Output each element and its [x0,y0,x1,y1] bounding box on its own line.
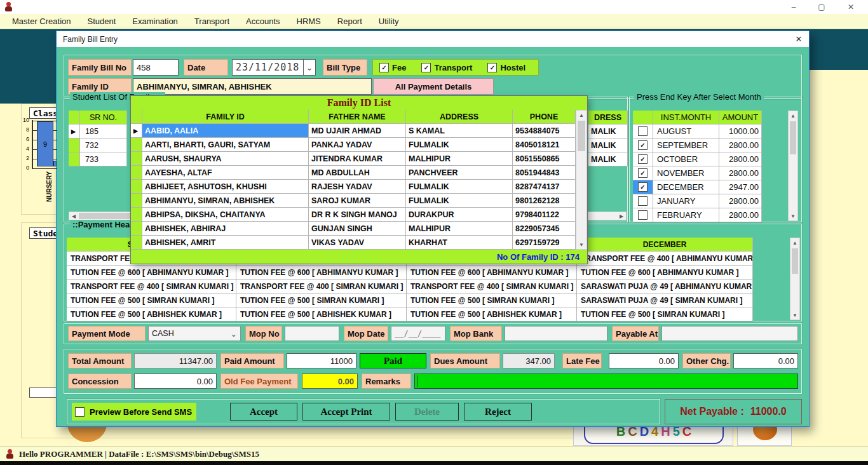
month-check-cell[interactable] [633,125,653,138]
family-row-cell[interactable]: MD UJAIR AHMAD [309,124,406,138]
month-amount-cell[interactable]: 2800.00 [719,208,762,222]
family-row-cell[interactable]: KHARHAT [406,236,513,250]
paid-amount-input[interactable]: 11000 [287,353,356,368]
family-row-cell[interactable]: ABHISHEK, ABHIRAJ [142,222,309,236]
menu-item-utility[interactable]: Utility [370,14,407,29]
dialog-titlebar[interactable]: Family Bill Entry [57,31,809,47]
family-row-cell[interactable]: AAYESHA, ALTAF [142,166,309,180]
menu-item-hrms[interactable]: HRMS [288,14,329,29]
family-row-cell[interactable]: AARTI, BHARTI, GAURI, SATYAM [142,138,309,152]
bill-type-fee[interactable]: ✓Fee [379,63,406,72]
student-sr-cell[interactable]: 732 [80,138,127,152]
month-amount-cell[interactable]: 1000.00 [719,125,762,138]
student-sr-cell[interactable]: 733 [80,152,127,166]
month-name-cell[interactable]: JANUARY [653,194,719,208]
date-dropdown-icon[interactable]: ⌄ [303,59,316,76]
menu-item-accounts[interactable]: Accounts [238,14,288,29]
family-row-cell[interactable]: 9801262128 [513,194,576,208]
concession-input[interactable]: 0.00 [134,374,217,389]
month-check-cell[interactable]: ✓ [633,166,653,180]
preview-sms-option[interactable]: Preview Before Send SMS [72,403,196,421]
month-checkbox[interactable]: ✓ [638,182,648,192]
family-row-cell[interactable]: DR R K SINGH MANOJ [309,208,406,222]
month-check-cell[interactable] [633,208,653,222]
preview-sms-checkbox[interactable] [75,407,85,417]
remarks-input[interactable] [414,374,798,389]
vscroll-thumb[interactable] [790,121,796,154]
bill-type-hostel[interactable]: ✓Hostel [487,63,526,72]
bill-type-transport[interactable]: ✓Transport [421,63,472,72]
family-row-cell[interactable]: MALHIPUR [406,152,513,166]
family-row-cell[interactable]: FULMALIK [406,180,513,194]
family-row-cell[interactable]: ABHIMANYU, SIMRAN, ABHISHEK [142,194,309,208]
delete-button[interactable]: Delete [395,403,459,421]
family-row-cell[interactable]: GUNJAN SINGH [309,222,406,236]
family-row-cell[interactable]: S KAMAL [406,124,513,138]
month-checkbox[interactable]: ✓ [638,168,648,178]
family-row-cell[interactable]: 8051550865 [513,152,576,166]
family-row-cell[interactable]: 6297159729 [513,236,576,250]
family-row-cell[interactable]: RAJESH YADAV [309,180,406,194]
menu-item-transport[interactable]: Transport [186,14,238,29]
family-row-cell[interactable]: SAROJ KUMAR [309,194,406,208]
family-row-cell[interactable]: 8287474137 [513,180,576,194]
family-row-cell[interactable]: FULMALIK [406,194,513,208]
family-row-cell[interactable]: 9534884075 [513,124,576,138]
checkbox-icon[interactable]: ✓ [487,63,497,72]
month-checkbox[interactable]: ✓ [638,140,648,150]
checkbox-icon[interactable]: ✓ [421,63,431,72]
checkbox-icon[interactable]: ✓ [379,63,389,72]
family-row-cell[interactable]: 8405018121 [513,138,576,152]
month-checkbox[interactable] [638,126,648,136]
month-checkbox[interactable]: ✓ [638,154,648,164]
maximize-icon[interactable]: ▢ [813,1,830,13]
popup-scrollbar[interactable]: ▲ ▼ [576,110,587,250]
month-name-cell[interactable]: DECEMBER [653,180,719,194]
scroll-up-icon[interactable]: ▲ [789,111,797,120]
month-check-cell[interactable]: ✓ [633,152,653,166]
month-checkbox[interactable] [638,196,648,206]
family-row-cell[interactable]: 8229057345 [513,222,576,236]
payment-mode-select[interactable]: CASH ⌄ [148,326,241,341]
family-row-cell[interactable]: DURAKPUR [406,208,513,222]
month-amount-cell[interactable]: 2947.00 [719,180,762,194]
dialog-close-icon[interactable]: ✕ [793,34,804,44]
family-row-cell[interactable]: JITENDRA KUMAR [309,152,406,166]
month-amount-cell[interactable]: 2800.00 [719,138,762,152]
late-fee-input[interactable]: 0.00 [609,353,679,368]
scroll-left-icon[interactable]: ◀ [69,212,78,220]
month-amount-cell[interactable]: 2800.00 [719,194,762,208]
family-row-cell[interactable]: PANKAJ YADAV [309,138,406,152]
payable-at-input[interactable] [661,326,798,341]
month-name-cell[interactable]: SEPTEMBER [653,138,719,152]
minimize-icon[interactable]: – [785,1,802,13]
accept-print-button[interactable]: Accept Print [302,403,390,421]
vscroll-thumb[interactable] [792,248,798,274]
mop-no-input[interactable] [285,326,339,341]
student-sr-cell[interactable]: 185 [80,125,127,138]
reject-button[interactable]: Reject [464,403,532,421]
family-row-cell[interactable]: AARUSH, SHAURYA [142,152,309,166]
family-bill-no-input[interactable]: 458 [133,59,179,76]
menu-item-report[interactable]: Report [329,14,370,29]
mop-bank-input[interactable] [505,326,607,341]
month-amount-cell[interactable]: 2800.00 [719,152,762,166]
month-amount-cell[interactable]: 2800.00 [719,166,762,180]
family-row-cell[interactable]: AABID, AALIA [142,124,309,138]
mop-date-input[interactable]: __/__/____ [391,326,445,341]
scroll-right-icon[interactable]: ▶ [617,212,626,220]
vscroll-thumb[interactable] [578,121,585,151]
family-row-cell[interactable]: VIKAS YADAV [309,236,406,250]
menu-item-student[interactable]: Student [79,14,124,29]
scroll-down-icon[interactable]: ▼ [576,240,587,249]
family-row-cell[interactable]: 8051944843 [513,166,576,180]
scroll-down-icon[interactable]: ▼ [790,311,799,320]
menu-item-master-creation[interactable]: Master Creation [4,14,79,29]
scroll-up-icon[interactable]: ▲ [790,238,799,247]
family-row-cell[interactable]: FULMALIK [406,138,513,152]
other-chg-input[interactable]: 0.00 [733,353,798,368]
date-input[interactable]: 23/11/2018 [232,59,304,76]
month-grid-scrollbar[interactable]: ▲ ▼ [788,111,798,221]
family-row-cell[interactable]: ABHIJEET, ASHUTOSH, KHUSHI [142,180,309,194]
close-window-icon[interactable]: ✕ [843,1,859,13]
